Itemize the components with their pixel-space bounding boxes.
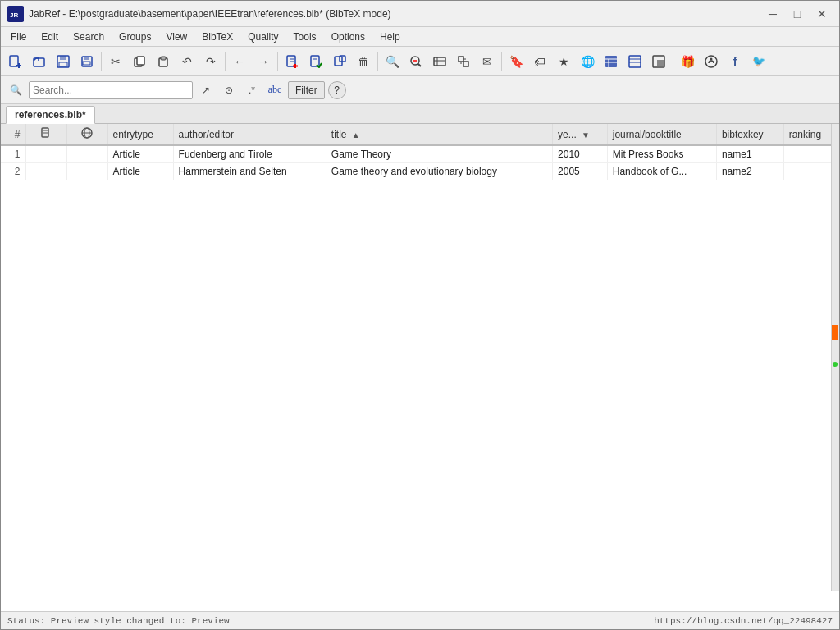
- table-row[interactable]: 2 Article Hammerstein and Selten Game th…: [1, 163, 839, 180]
- delete-button[interactable]: 🗑: [352, 50, 375, 73]
- save-all-button[interactable]: [75, 50, 98, 73]
- svg-rect-28: [434, 57, 445, 66]
- toolbar: ✂ ↶ ↷ ← → 🗑 🔍 ✉: [1, 47, 839, 76]
- svg-rect-15: [161, 57, 166, 60]
- minimize-button[interactable]: ─: [762, 6, 783, 22]
- row-entrytype: Article: [107, 163, 173, 180]
- col-header-num[interactable]: #: [1, 124, 25, 145]
- menu-tools[interactable]: Tools: [287, 30, 323, 44]
- main-content: # entrytype author/editor title ▲ ye... …: [1, 124, 839, 611]
- menu-options[interactable]: Options: [325, 30, 372, 44]
- svg-rect-31: [459, 57, 463, 62]
- col-header-entrytype[interactable]: entrytype: [107, 124, 173, 145]
- title-bar: JR JabRef - E:\postgraduate\basement\pap…: [1, 1, 839, 27]
- back-button[interactable]: ←: [228, 50, 251, 73]
- case-sensitive-button[interactable]: .*: [242, 80, 262, 100]
- web-search-button[interactable]: [428, 50, 451, 73]
- find-button[interactable]: [404, 50, 427, 73]
- col-header-author[interactable]: author/editor: [173, 124, 326, 145]
- forward-button[interactable]: →: [252, 50, 275, 73]
- twitter-button[interactable]: 🐦: [747, 50, 770, 73]
- svg-rect-7: [60, 56, 66, 60]
- search-bar: 🔍 ↗ ⊙ .* abc Filter ?: [1, 76, 839, 104]
- edit-button[interactable]: [328, 50, 351, 73]
- open-in-new-button[interactable]: ↗: [196, 80, 216, 100]
- abc-button[interactable]: abc: [265, 80, 285, 100]
- menu-view[interactable]: View: [159, 30, 194, 44]
- redo-button[interactable]: ↷: [199, 50, 222, 73]
- list-button[interactable]: [623, 50, 646, 73]
- menu-quality[interactable]: Quality: [241, 30, 285, 44]
- row-title: Game theory and evolutionary biology: [326, 163, 552, 180]
- svg-rect-13: [137, 57, 144, 65]
- star-button[interactable]: ★: [552, 50, 575, 73]
- new-entry-button[interactable]: [4, 50, 27, 73]
- bookmark-button[interactable]: 🔖: [504, 50, 527, 73]
- row-num: 2: [1, 163, 25, 180]
- facebook-button[interactable]: f: [724, 50, 746, 73]
- svg-point-45: [710, 57, 713, 60]
- menu-help[interactable]: Help: [373, 30, 407, 44]
- complete-button[interactable]: [304, 50, 327, 73]
- row-entrytype: Article: [107, 145, 173, 163]
- svg-line-26: [418, 63, 421, 66]
- entries-table: # entrytype author/editor title ▲ ye... …: [1, 124, 839, 180]
- filter-button[interactable]: Filter: [288, 81, 325, 99]
- col-header-journal[interactable]: journal/booktitle: [607, 124, 716, 145]
- row-title: Game Theory: [326, 145, 552, 163]
- app-logo: JR: [7, 6, 24, 22]
- menu-groups[interactable]: Groups: [112, 30, 158, 44]
- gift-button[interactable]: 🎁: [676, 50, 699, 73]
- table-container[interactable]: # entrytype author/editor title ▲ ye... …: [1, 124, 839, 611]
- row-num: 1: [1, 145, 25, 163]
- menu-bar: File Edit Search Groups View BibTeX Qual…: [1, 27, 839, 47]
- row-url-icon: [66, 145, 107, 163]
- toolbar-sep-4: [377, 52, 378, 71]
- tab-references[interactable]: references.bib*: [6, 106, 95, 124]
- maximize-button[interactable]: □: [787, 6, 808, 22]
- menu-search[interactable]: Search: [66, 30, 111, 44]
- close-button[interactable]: ✕: [811, 6, 833, 22]
- col-header-year[interactable]: ye... ▼: [553, 124, 608, 145]
- year-dropdown-arrow: ▼: [582, 130, 590, 139]
- mail-button[interactable]: ✉: [476, 50, 499, 73]
- paste-button[interactable]: [152, 50, 175, 73]
- status-text: Status: Preview style changed to: Previe…: [7, 616, 230, 626]
- col-header-title[interactable]: title ▲: [326, 124, 552, 145]
- svg-rect-35: [605, 56, 617, 67]
- menu-file[interactable]: File: [4, 30, 33, 44]
- window-title: JabRef - E:\postgraduate\basement\paper\…: [29, 8, 391, 20]
- search-input[interactable]: [29, 81, 193, 99]
- copy-button[interactable]: [128, 50, 151, 73]
- svg-rect-43: [657, 60, 664, 66]
- search2-button[interactable]: 🔍: [381, 50, 404, 73]
- cut-button[interactable]: ✂: [104, 50, 127, 73]
- table-button[interactable]: [600, 50, 623, 73]
- status-url: https://blog.csdn.net/qq_22498427: [654, 616, 833, 626]
- github-button[interactable]: [700, 50, 723, 73]
- search-help-button[interactable]: ?: [328, 81, 346, 99]
- regex-button[interactable]: ⊙: [219, 80, 239, 100]
- status-bar: Status: Preview style changed to: Previe…: [1, 611, 839, 629]
- menu-bibtex[interactable]: BibTeX: [195, 30, 240, 44]
- globe-button[interactable]: 🌐: [576, 50, 599, 73]
- bookmark2-button[interactable]: 🏷: [528, 50, 551, 73]
- preview-button[interactable]: [647, 50, 670, 73]
- svg-rect-11: [83, 62, 90, 65]
- crossref-button[interactable]: [452, 50, 475, 73]
- col-header-file[interactable]: [25, 124, 66, 145]
- row-author: Fudenberg and Tirole: [173, 145, 326, 163]
- col-header-url[interactable]: [66, 124, 107, 145]
- table-row[interactable]: 1 Article Fudenberg and Tirole Game Theo…: [1, 145, 839, 163]
- new-article-button[interactable]: [281, 50, 304, 73]
- toolbar-sep-1: [101, 52, 102, 71]
- svg-rect-21: [311, 56, 319, 66]
- row-year: 2010: [553, 145, 608, 163]
- right-accent: [832, 325, 838, 340]
- save-button[interactable]: [52, 50, 75, 73]
- col-header-bibtexkey[interactable]: bibtexkey: [716, 124, 783, 145]
- menu-edit[interactable]: Edit: [34, 30, 65, 44]
- svg-rect-8: [59, 62, 67, 66]
- open-button[interactable]: [28, 50, 51, 73]
- undo-button[interactable]: ↶: [176, 50, 199, 73]
